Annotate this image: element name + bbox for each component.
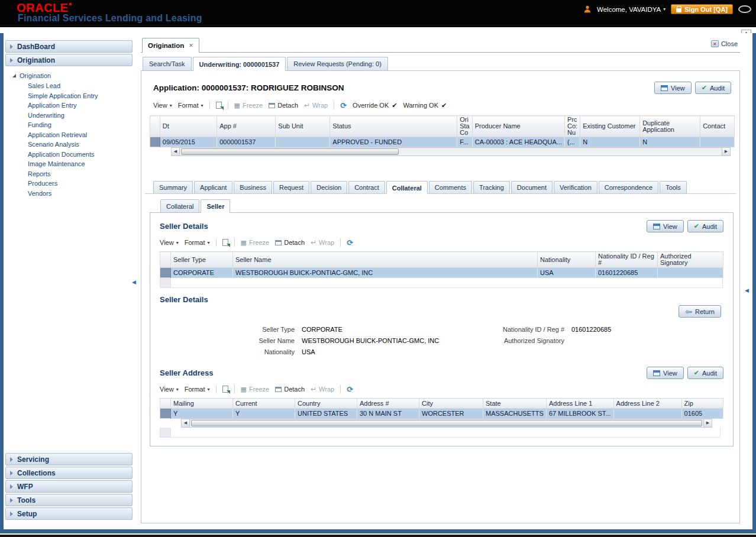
- tree-item-application-documents[interactable]: Application Documents: [12, 150, 130, 160]
- column-header[interactable]: Status: [330, 116, 457, 137]
- wrap-button[interactable]: ↵Wrap: [304, 101, 328, 109]
- cell-nationality[interactable]: USA: [538, 268, 596, 278]
- freeze-button[interactable]: ▦Freeze: [241, 386, 270, 393]
- tab-tools[interactable]: Tools: [660, 181, 687, 193]
- panel-collapse-handle[interactable]: ◀: [745, 287, 749, 293]
- detach-button[interactable]: Detach: [269, 102, 298, 109]
- export-icon[interactable]: [216, 102, 222, 109]
- cell-nationality-id[interactable]: 01601220685: [596, 268, 658, 278]
- column-header[interactable]: Address #: [357, 399, 419, 409]
- tree-item-image-maintenance[interactable]: Image Maintenance: [12, 160, 130, 170]
- sign-out-button[interactable]: Sign Out [QA]: [671, 4, 733, 14]
- column-header[interactable]: Current: [233, 399, 295, 409]
- override-ok-checkbox[interactable]: Override OK✔: [353, 102, 397, 109]
- scrollbar-thumb[interactable]: [191, 420, 702, 426]
- export-icon[interactable]: [222, 239, 228, 246]
- column-header[interactable]: Mailing: [171, 399, 233, 409]
- warning-ok-checkbox[interactable]: Warning OK✔: [403, 102, 447, 109]
- sidebar-item-origination[interactable]: Origination: [5, 54, 133, 66]
- refresh-icon[interactable]: ⟳: [340, 101, 347, 110]
- column-header[interactable]: App #: [217, 116, 276, 137]
- column-header[interactable]: Producer Name: [472, 116, 564, 137]
- tab-document[interactable]: Document: [511, 181, 553, 193]
- cell-current[interactable]: Y: [233, 409, 295, 419]
- horizontal-scrollbar[interactable]: ◀ ▶: [171, 147, 731, 156]
- sidebar-item-collections[interactable]: Collections: [5, 467, 133, 479]
- cell-prc[interactable]: (...: [565, 137, 580, 147]
- cell-dt[interactable]: 09/05/2015: [160, 137, 217, 147]
- column-header[interactable]: Address Line 1: [547, 399, 614, 409]
- tab-search-task[interactable]: Search/Task: [143, 57, 192, 70]
- tab-correspondence[interactable]: Correspondence: [599, 181, 658, 193]
- cell-app-number[interactable]: 0000001537: [217, 137, 276, 147]
- cell-contact[interactable]: [700, 137, 735, 147]
- grid-row[interactable]: CORPORATE WESTBOROUGH BUICK-PONTIAC-GMC,…: [160, 268, 723, 278]
- tab-business[interactable]: Business: [234, 181, 272, 193]
- tree-item-underwriting[interactable]: Underwriting: [12, 111, 130, 121]
- sidebar-item-servicing[interactable]: Servicing: [5, 453, 133, 465]
- cell-address-number[interactable]: 30 N MAIN ST: [357, 409, 419, 419]
- detach-button[interactable]: Detach: [275, 386, 305, 393]
- cell-ori[interactable]: F...: [457, 137, 473, 147]
- tab-underwriting[interactable]: Underwriting: 0000001537: [193, 57, 286, 71]
- scrollbar-thumb[interactable]: [181, 148, 399, 155]
- cell-authorized-signatory[interactable]: [658, 268, 723, 278]
- tree-item-producers[interactable]: Producers: [12, 179, 130, 189]
- sidebar-item-setup[interactable]: Setup: [5, 507, 133, 520]
- cell-producer-link[interactable]: CA-00003 : ACE HEADQUA...: [472, 137, 564, 147]
- freeze-button[interactable]: ▦Freeze: [241, 239, 270, 247]
- tab-close-icon[interactable]: ✕: [189, 43, 193, 48]
- tab-decision[interactable]: Decision: [311, 181, 347, 193]
- column-header[interactable]: Authorized Signatory: [658, 252, 723, 268]
- row-gutter[interactable]: [150, 137, 160, 147]
- cell-sub-unit[interactable]: [276, 137, 330, 147]
- column-header[interactable]: Dt: [160, 116, 217, 137]
- seller-address-view-button[interactable]: View: [647, 367, 684, 379]
- scroll-left-icon[interactable]: ◀: [172, 148, 180, 156]
- scroll-right-icon[interactable]: ▶: [703, 419, 712, 427]
- tab-collateral-sub[interactable]: Collateral: [160, 199, 199, 212]
- view-menu[interactable]: View▾: [160, 386, 179, 393]
- column-header[interactable]: Zip: [681, 399, 723, 409]
- row-gutter[interactable]: [160, 268, 171, 278]
- grid-row[interactable]: Y Y UNITED STATES 30 N MAIN ST WORCESTER…: [160, 409, 723, 419]
- tab-contract[interactable]: Contract: [348, 181, 385, 193]
- sidebar-item-wfp[interactable]: WFP: [5, 480, 133, 493]
- format-menu[interactable]: Format▾: [178, 102, 203, 109]
- cell-mailing[interactable]: Y: [171, 409, 233, 419]
- cell-seller-type[interactable]: CORPORATE: [171, 268, 233, 278]
- column-header[interactable]: Nationality: [538, 252, 596, 268]
- tab-verification[interactable]: Verification: [554, 181, 597, 193]
- tree-item-application-entry[interactable]: Application Entry: [12, 101, 130, 111]
- tab-tracking[interactable]: Tracking: [473, 181, 510, 193]
- column-header[interactable]: Nationality ID / Reg #: [596, 252, 658, 268]
- cell-duplicate-application[interactable]: N: [640, 137, 700, 147]
- scroll-right-icon[interactable]: ▶: [722, 148, 730, 156]
- tree-item-vendors[interactable]: Vendors: [12, 189, 130, 199]
- cell-zip[interactable]: 01605: [681, 409, 723, 419]
- tab-summary[interactable]: Summary: [153, 181, 193, 193]
- tree-item-reports[interactable]: Reports: [12, 170, 130, 180]
- cell-city[interactable]: WORCESTER: [419, 409, 483, 419]
- freeze-button[interactable]: ▦Freeze: [234, 102, 263, 109]
- export-icon[interactable]: [222, 386, 228, 393]
- tree-node-origination[interactable]: Origination: [12, 72, 130, 79]
- cell-seller-name[interactable]: WESTBOROUGH BUICK-PONTIAC-GMC, INC: [233, 268, 538, 278]
- column-header[interactable]: Contact: [700, 116, 735, 137]
- cell-country[interactable]: UNITED STATES: [295, 409, 357, 419]
- column-header[interactable]: Seller Name: [233, 252, 538, 268]
- cell-address-line-2[interactable]: [613, 409, 681, 419]
- tab-seller[interactable]: Seller: [201, 199, 230, 213]
- format-menu[interactable]: Format▾: [185, 239, 210, 246]
- column-header[interactable]: Address Line 2: [613, 399, 681, 409]
- column-header[interactable]: Country: [295, 399, 357, 409]
- sidebar-collapse-handle[interactable]: ◀: [132, 279, 136, 285]
- cell-status[interactable]: APPROVED - FUNDED: [330, 137, 457, 147]
- return-button[interactable]: ⇦ Return: [679, 305, 721, 318]
- cell-state[interactable]: MASSACHUSETTS: [483, 409, 547, 419]
- refresh-icon[interactable]: ⟳: [347, 238, 353, 247]
- welcome-menu[interactable]: Welcome, VAVAIDYA ▾: [597, 6, 665, 13]
- tree-item-sales-lead[interactable]: Sales Lead: [12, 82, 130, 92]
- column-header[interactable]: Sub Unit: [276, 116, 330, 137]
- column-header[interactable]: City: [419, 399, 483, 409]
